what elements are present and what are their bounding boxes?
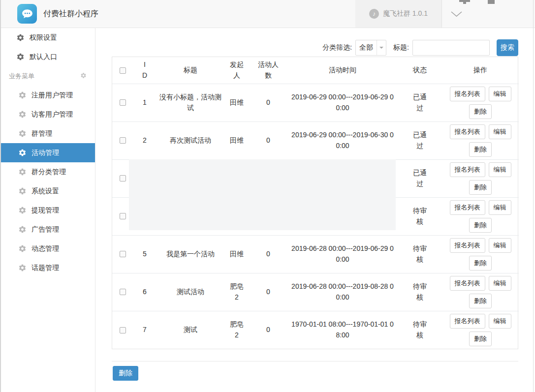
cell-time: 2019-06-28 00:00---2019-08-28 00:00 — [287, 273, 398, 311]
signup-list-button[interactable]: 报名列表 — [450, 200, 485, 215]
sidebar-item-label: 群管理 — [31, 129, 52, 138]
cell-status: 已通过 — [398, 121, 442, 159]
sidebar-item-label: 话题管理 — [31, 264, 59, 272]
column-id: ID — [133, 57, 157, 84]
cell-status: 待审核 — [398, 197, 442, 235]
delete-button[interactable]: 删除 — [469, 256, 492, 271]
edit-button[interactable]: 编辑 — [489, 314, 511, 329]
cell-time: 1970-01-01 08:00---1970-01-01 08:00 — [287, 311, 398, 349]
cell-time: 2019-06-29 00:00---2019-06-30 00:00 — [287, 121, 398, 159]
edit-button[interactable]: 编辑 — [489, 238, 511, 253]
window-right-edge — [533, 0, 534, 392]
cell-participants: 0 — [249, 311, 287, 349]
screen-artifact — [488, 0, 495, 4]
row-checkbox[interactable] — [120, 327, 126, 333]
cell-title: 我是第一个活动 — [157, 235, 224, 273]
cell-time: 2019-06-29 00:00---2019-06-29 00:00 — [287, 84, 398, 121]
row-checkbox[interactable] — [120, 251, 126, 257]
cell-actions: 报名列表 编辑 删除 — [442, 121, 519, 159]
sidebar-item[interactable]: 提现管理 — [0, 201, 95, 220]
edit-button[interactable]: 编辑 — [489, 87, 511, 101]
activities-table: ID 标题 发起人 活动人数 活动时间 状态 操作 1 没有小标题，活动测试 田… — [112, 57, 518, 349]
search-button[interactable]: 搜索 — [497, 39, 518, 56]
row-checkbox[interactable] — [120, 213, 126, 219]
cell-actions: 报名列表 编辑 删除 — [442, 84, 519, 121]
cell-actions: 报名列表 编辑 删除 — [442, 197, 519, 235]
row-checkbox[interactable] — [120, 137, 126, 144]
signup-list-button[interactable]: 报名列表 — [450, 162, 485, 177]
column-time: 活动时间 — [287, 57, 398, 84]
cell-creator: 田维 — [224, 121, 249, 159]
app-logo-icon — [17, 4, 37, 24]
caret-down-icon — [379, 47, 383, 51]
sidebar-item[interactable]: 访客用户管理 — [0, 105, 95, 124]
sidebar-item-label: 访客用户管理 — [31, 110, 73, 119]
edit-button[interactable]: 编辑 — [489, 200, 511, 215]
brand-version-menu[interactable]: ♪ 魔飞社群 1.0.1 — [355, 0, 441, 28]
signup-list-button[interactable]: 报名列表 — [450, 124, 485, 139]
cell-creator: 肥皂2 — [224, 311, 249, 349]
collapse-chevron-button[interactable] — [442, 0, 471, 28]
sidebar-item[interactable]: 广告管理 — [0, 220, 95, 239]
cell-status: 待审核 — [398, 311, 442, 349]
sidebar-item[interactable]: 话题管理 — [0, 258, 95, 277]
gear-icon — [16, 33, 25, 42]
cell-participants: 0 — [249, 273, 287, 311]
edit-button[interactable]: 编辑 — [489, 276, 511, 291]
bulk-delete-button[interactable]: 删除 — [113, 366, 138, 381]
column-actions: 操作 — [442, 57, 519, 84]
delete-button[interactable]: 删除 — [469, 218, 492, 233]
delete-button[interactable]: 删除 — [469, 294, 492, 308]
gear-icon — [18, 91, 27, 99]
gear-icon — [18, 168, 27, 176]
column-status: 状态 — [398, 57, 442, 84]
sidebar-item[interactable]: 系统设置 — [0, 181, 95, 201]
cell-status: 已通过 — [398, 159, 442, 197]
gear-icon — [18, 206, 27, 214]
cell-id: 1 — [133, 84, 157, 121]
screen-artifact — [459, 0, 470, 2]
cell-title: 测试活动 — [157, 273, 224, 311]
cell-id: 5 — [133, 235, 157, 273]
signup-list-button[interactable]: 报名列表 — [450, 238, 485, 253]
select-all-checkbox[interactable] — [120, 67, 126, 74]
cell-checkbox — [112, 273, 133, 311]
gear-icon — [18, 264, 27, 272]
table-row: 2 再次测试活动 田维 0 2019-06-29 00:00---2019-06… — [112, 121, 519, 159]
delete-button[interactable]: 删除 — [469, 104, 492, 119]
sidebar-item[interactable]: 权限设置 — [0, 28, 95, 47]
category-select[interactable]: 全部 — [355, 40, 386, 56]
cell-id: 7 — [133, 311, 157, 349]
cell-time: 2019-06-28 00:00---2019-06-29 00:00 — [287, 235, 398, 273]
edit-button[interactable]: 编辑 — [489, 124, 511, 139]
sidebar-item[interactable]: 动态管理 — [0, 239, 95, 258]
sidebar-item[interactable]: 注册用户管理 — [0, 86, 95, 105]
sidebar-item[interactable]: 默认入口 — [0, 47, 95, 66]
cell-title: 测试 — [157, 311, 224, 349]
row-checkbox[interactable] — [120, 99, 126, 106]
cell-checkbox — [112, 311, 133, 349]
cell-title: 再次测试活动 — [157, 121, 224, 159]
select-divider — [377, 40, 377, 55]
app-header: 付费社群小程序 ♪ 魔飞社群 1.0.1 — [0, 0, 535, 28]
signup-list-button[interactable]: 报名列表 — [450, 87, 485, 101]
redaction-overlay — [129, 159, 396, 230]
delete-button[interactable]: 删除 — [469, 180, 492, 195]
row-checkbox[interactable] — [120, 289, 126, 295]
row-checkbox[interactable] — [120, 175, 126, 181]
delete-button[interactable]: 删除 — [469, 142, 492, 157]
sidebar-item[interactable]: 群管理 — [0, 124, 95, 143]
table-row: 6 测试活动 肥皂2 0 2019-06-28 00:00---2019-08-… — [112, 273, 519, 311]
section-gear-icon[interactable] — [80, 72, 87, 80]
sidebar-item[interactable]: 群分类管理 — [0, 162, 95, 181]
gear-icon — [18, 149, 27, 157]
signup-list-button[interactable]: 报名列表 — [450, 276, 485, 291]
cell-actions: 报名列表 编辑 删除 — [442, 159, 519, 197]
signup-list-button[interactable]: 报名列表 — [450, 314, 485, 329]
delete-button[interactable]: 删除 — [469, 332, 492, 346]
sidebar-item[interactable]: 活动管理 — [0, 143, 95, 162]
title-input[interactable] — [412, 40, 490, 56]
main-content: 分类筛选: 全部 标题: 搜索 ID 标题 发起人 活动人数 活动时间 — [95, 28, 535, 392]
table-row: 5 我是第一个活动 田维 0 2019-06-28 00:00---2019-0… — [112, 235, 519, 273]
edit-button[interactable]: 编辑 — [489, 162, 511, 177]
